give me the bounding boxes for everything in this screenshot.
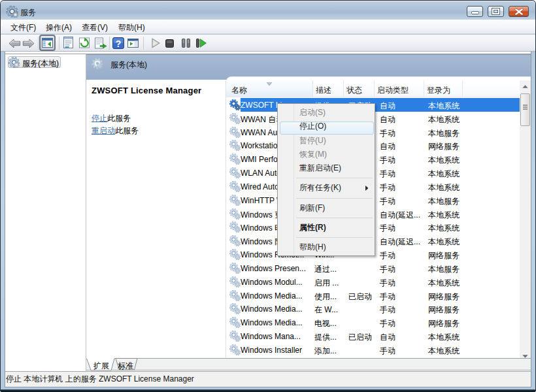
svg-text:?: ?	[116, 39, 122, 49]
